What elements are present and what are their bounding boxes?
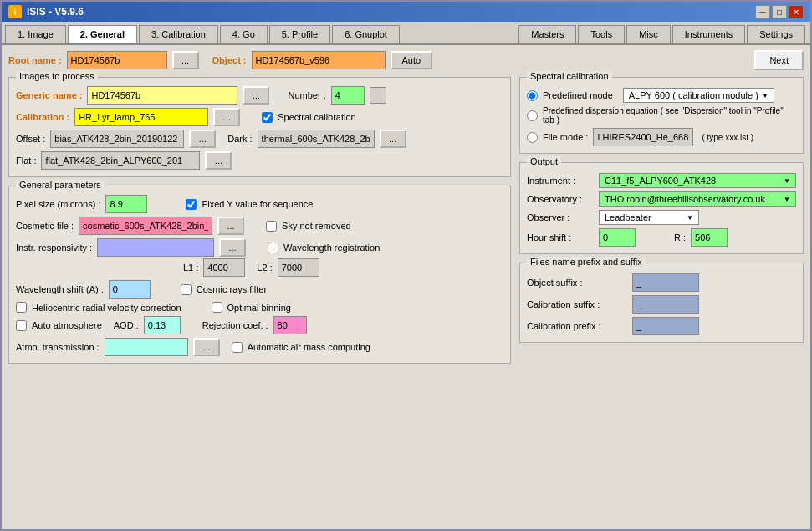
aod-input[interactable] [144, 316, 181, 334]
general-params-title: General parameters [16, 180, 105, 190]
cal-suffix-label: Calibration suffix : [527, 299, 627, 309]
atmo-trans-input[interactable] [105, 338, 188, 356]
atmo-trans-browse[interactable]: ... [193, 338, 220, 356]
instrument-dropdown[interactable]: C11_f5_ALPY600_ATK428 ▼ [599, 173, 796, 188]
file-suffix-section: Files name prefix and suffix Object suff… [519, 263, 804, 343]
tab-tools[interactable]: Tools [578, 25, 625, 43]
window-controls: ─ □ ✕ [755, 5, 804, 18]
spectral-cal-checkbox[interactable] [262, 112, 273, 123]
cosmetic-browse[interactable]: ... [217, 217, 244, 235]
atmo-trans-label: Atmo. transmission : [16, 342, 100, 352]
predefined-disp-label: Predefined dispersion equation ( see "Di… [543, 106, 796, 125]
file-mode-input[interactable] [593, 128, 693, 146]
tab-profile[interactable]: 5. Profile [269, 25, 330, 43]
number-input[interactable] [331, 86, 365, 105]
rejection-label: Rejection coef. : [202, 320, 268, 330]
tab-bar: 1. Image 2. General 3. Calibration 4. Go… [2, 22, 810, 45]
tab-misc[interactable]: Misc [626, 25, 671, 43]
optimal-binning-label: Optimal binning [227, 303, 291, 313]
file-mode-radio[interactable] [527, 132, 538, 143]
cosmic-rays-checkbox[interactable] [181, 284, 192, 295]
root-name-browse-button[interactable]: ... [172, 51, 199, 69]
wavelength-reg-checkbox[interactable] [268, 243, 278, 253]
l2-input[interactable] [278, 258, 319, 277]
wavelength-shift-input[interactable] [109, 280, 151, 299]
spectral-cal-title: Spectral calibration [527, 71, 612, 81]
object-suffix-label: Object suffix : [527, 278, 627, 288]
auto-button[interactable]: Auto [391, 51, 433, 69]
root-name-input[interactable] [67, 51, 167, 69]
observatory-arrow: ▼ [784, 196, 790, 203]
instr-resp-label: Instr. responsivity : [16, 243, 92, 253]
fixed-y-label: Fixed Y value for sequence [202, 199, 313, 209]
calibration-browse[interactable]: ... [213, 108, 240, 126]
root-name-label: Root name : [8, 55, 62, 65]
cosmetic-input[interactable] [79, 217, 212, 235]
instrument-value: C11_f5_ALPY600_ATK428 [605, 176, 780, 186]
tab-general[interactable]: 2. General [68, 25, 137, 43]
auto-air-mass-checkbox[interactable] [232, 342, 243, 353]
predefined-mode-dropdown[interactable]: ALPY 600 ( calibration module ) ▼ [623, 88, 774, 103]
optimal-binning-checkbox[interactable] [212, 302, 222, 313]
tab-calibration[interactable]: 3. Calibration [139, 25, 218, 43]
cosmic-rays-label: Cosmic rays filter [197, 284, 267, 294]
output-title: Output [527, 156, 561, 166]
title-bar: i ISIS - V5.9.6 ─ □ ✕ [2, 2, 810, 22]
calibration-label: Calibration : [16, 112, 69, 122]
object-input[interactable] [252, 51, 386, 69]
tab-right-group: Masters Tools Misc Instruments Settings [518, 25, 807, 43]
l1-input[interactable] [203, 258, 245, 277]
output-section: Output Instrument : C11_f5_ALPY600_ATK42… [519, 162, 804, 254]
wavelength-shift-label: Wavelength shift (A) : [16, 284, 104, 294]
rejection-input[interactable] [273, 316, 307, 334]
dark-input[interactable] [258, 130, 375, 148]
wavelength-reg-label: Wavelength registration [283, 243, 380, 253]
observer-value: Leadbeater [605, 212, 683, 222]
offset-label: Offset : [16, 134, 45, 144]
tab-settings[interactable]: Settings [747, 25, 805, 43]
instr-resp-browse[interactable]: ... [219, 238, 246, 257]
generic-name-input[interactable] [87, 86, 237, 105]
r-input[interactable] [691, 228, 728, 247]
predefined-mode-radio[interactable] [527, 90, 538, 101]
maximize-button[interactable]: □ [772, 5, 787, 18]
sky-not-removed-checkbox[interactable] [266, 221, 277, 232]
offset-browse[interactable]: ... [189, 130, 216, 148]
dark-browse[interactable]: ... [380, 130, 406, 148]
auto-atmo-label: Auto atmosphere [32, 320, 102, 330]
flat-input[interactable] [41, 151, 200, 170]
pixel-size-input[interactable] [105, 195, 147, 213]
observatory-dropdown[interactable]: THO robin@threehillsobservatory.co.uk ▼ [599, 191, 796, 207]
calibration-input[interactable] [74, 108, 208, 126]
main-window: i ISIS - V5.9.6 ─ □ ✕ 1. Image 2. Genera… [0, 0, 812, 531]
instr-resp-input[interactable] [97, 238, 214, 257]
cosmetic-label: Cosmetic file : [16, 221, 74, 231]
title-bar-left: i ISIS - V5.9.6 [8, 5, 84, 18]
predefined-disp-radio[interactable] [527, 110, 538, 121]
close-button[interactable]: ✕ [789, 5, 804, 18]
hour-shift-input[interactable] [599, 228, 636, 247]
cal-prefix-input[interactable] [632, 317, 699, 335]
object-suffix-input[interactable] [632, 273, 699, 292]
flat-browse[interactable]: ... [205, 151, 232, 170]
generic-name-browse[interactable]: ... [243, 86, 269, 105]
number-spinner[interactable] [370, 87, 386, 104]
offset-input[interactable] [50, 130, 184, 148]
heliocentric-checkbox[interactable] [16, 302, 27, 313]
tab-masters[interactable]: Masters [518, 25, 576, 43]
general-params-section: General parameters Pixel size (microns) … [8, 186, 511, 364]
instrument-arrow: ▼ [784, 177, 790, 185]
next-button[interactable]: Next [754, 50, 804, 70]
minimize-button[interactable]: ─ [755, 5, 770, 18]
fixed-y-checkbox[interactable] [186, 199, 197, 210]
tab-instruments[interactable]: Instruments [672, 25, 745, 43]
tab-gnuplot[interactable]: 6. Gnuplot [332, 25, 400, 43]
dark-label: Dark : [227, 134, 252, 144]
auto-atmo-checkbox[interactable] [16, 320, 27, 331]
observer-dropdown[interactable]: Leadbeater ▼ [599, 210, 699, 225]
cal-suffix-input[interactable] [632, 295, 699, 314]
tab-image[interactable]: 1. Image [5, 25, 66, 43]
tab-go[interactable]: 4. Go [220, 25, 268, 43]
spectral-cal-label: Spectral calibration [278, 112, 356, 122]
window-title: ISIS - V5.9.6 [27, 6, 84, 18]
